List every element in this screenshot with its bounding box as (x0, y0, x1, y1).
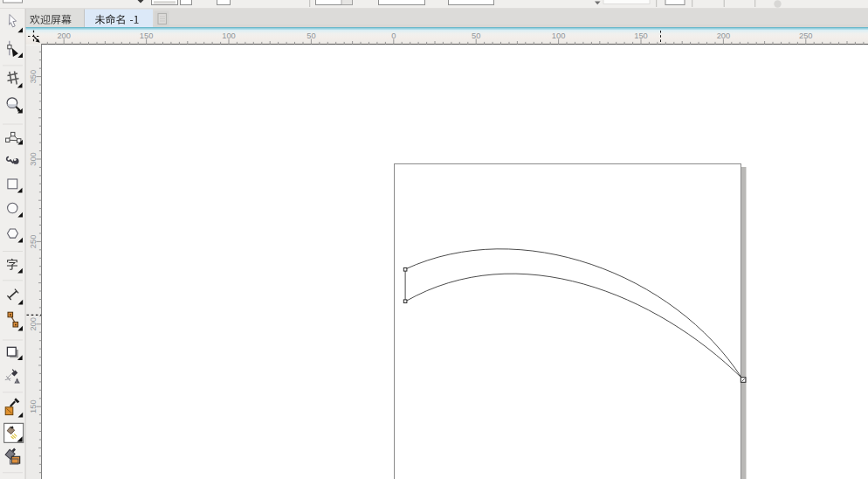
svg-text:100: 100 (222, 31, 236, 40)
svg-text:100: 100 (552, 31, 566, 40)
svg-text:200: 200 (717, 31, 731, 40)
svg-text:50: 50 (472, 31, 480, 40)
svg-text:150: 150 (634, 31, 648, 40)
svg-text:50: 50 (307, 31, 315, 40)
svg-text:150: 150 (29, 399, 38, 413)
svg-text:200: 200 (29, 317, 38, 331)
svg-text:300: 300 (29, 152, 38, 166)
svg-text:200: 200 (57, 31, 71, 40)
svg-text:150: 150 (140, 31, 154, 40)
svg-text:250: 250 (29, 235, 38, 249)
svg-text:0: 0 (391, 31, 396, 40)
svg-text:250: 250 (799, 31, 813, 40)
svg-text:350: 350 (29, 70, 38, 84)
